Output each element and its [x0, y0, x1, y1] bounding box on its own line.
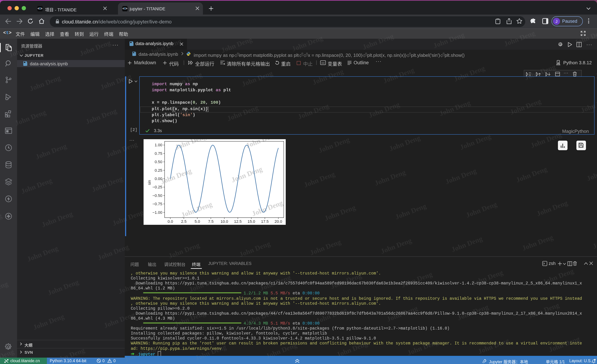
- svg-text:John Deng: John Deng: [230, 165, 263, 184]
- svg-text:John Deng: John Deng: [245, 139, 278, 149]
- svg-text:0.75: 0.75: [155, 151, 162, 156]
- svg-text:15.0: 15.0: [248, 219, 255, 224]
- svg-text:John Deng: John Deng: [251, 199, 284, 218]
- svg-text:1.00: 1.00: [155, 143, 162, 147]
- svg-text:0.00: 0.00: [155, 177, 162, 181]
- svg-text:2.5: 2.5: [181, 219, 187, 224]
- svg-text:−0.25: −0.25: [152, 185, 162, 189]
- svg-text:−0.50: −0.50: [152, 193, 162, 198]
- svg-text:12.5: 12.5: [234, 219, 242, 224]
- svg-text:7.5: 7.5: [208, 219, 213, 224]
- svg-text:0.25: 0.25: [155, 168, 162, 173]
- svg-text:17.5: 17.5: [261, 219, 269, 224]
- svg-text:0.50: 0.50: [155, 160, 162, 164]
- svg-text:−1.00: −1.00: [152, 210, 162, 215]
- svg-text:−0.75: −0.75: [152, 202, 162, 206]
- svg-text:20.0: 20.0: [275, 219, 282, 224]
- svg-text:sin: sin: [147, 180, 152, 185]
- svg-text:John Deng: John Deng: [159, 167, 193, 186]
- svg-text:(x): (x): [322, 61, 325, 64]
- svg-text:0.0: 0.0: [168, 219, 173, 224]
- svg-text:John Deng: John Deng: [180, 200, 213, 219]
- svg-text:5.0: 5.0: [195, 219, 200, 224]
- svg-text:10.0: 10.0: [220, 219, 228, 224]
